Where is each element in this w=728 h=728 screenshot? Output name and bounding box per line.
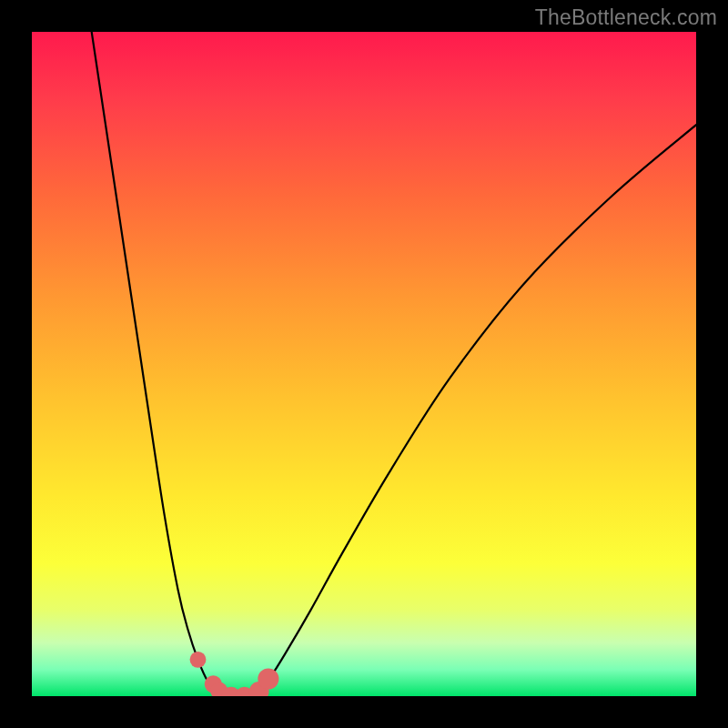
valley-marker: [258, 668, 278, 689]
plot-area: [32, 32, 696, 696]
watermark-text: TheBottleneck.com: [535, 5, 717, 30]
chart-frame: TheBottleneck.com: [0, 0, 728, 728]
right-curve: [258, 125, 696, 692]
curve-layer: [32, 32, 696, 696]
left-curve: [92, 32, 218, 693]
valley-marker: [190, 652, 207, 668]
